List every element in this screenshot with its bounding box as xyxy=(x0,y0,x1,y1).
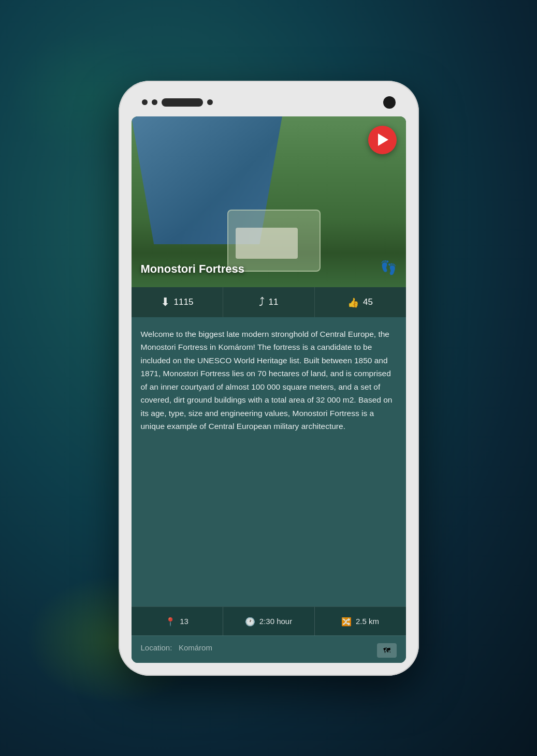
play-icon xyxy=(378,134,388,146)
distance-icon xyxy=(341,615,352,627)
clock-icon xyxy=(245,615,255,627)
bottom-bar: Location: Komárom 🗺 xyxy=(132,635,406,663)
like-count: 45 xyxy=(363,297,373,307)
info-row: 13 2:30 hour 2.5 km xyxy=(132,606,406,635)
share-stat[interactable]: 11 xyxy=(223,287,315,317)
screen: Monostori Fortress 👣 1115 11 45 xyxy=(132,116,406,663)
distance-info: 2.5 km xyxy=(315,607,406,635)
fortress-buildings xyxy=(236,228,298,259)
map-icon[interactable]: 🗺 xyxy=(377,643,397,658)
phone: Monostori Fortress 👣 1115 11 45 xyxy=(119,81,419,676)
stats-bar: 1115 11 45 xyxy=(132,287,406,317)
walk-icon: 👣 xyxy=(380,260,397,276)
duration-info: 2:30 hour xyxy=(223,607,315,635)
stops-value: 13 xyxy=(180,617,188,626)
hero-title: Monostori Fortress xyxy=(141,262,244,276)
description-section: Welcome to the biggest late modern stron… xyxy=(132,317,406,606)
like-icon xyxy=(347,295,359,309)
distance-value: 2.5 km xyxy=(356,617,379,626)
pin-icon xyxy=(165,615,176,627)
play-button[interactable] xyxy=(368,126,397,154)
sensor-dot-1 xyxy=(142,99,148,105)
sensor-dot-2 xyxy=(152,99,157,105)
location-value: Komárom xyxy=(179,643,212,652)
hero-image: Monostori Fortress 👣 xyxy=(132,116,406,287)
like-stat[interactable]: 45 xyxy=(315,287,406,317)
download-count: 1115 xyxy=(174,297,194,307)
duration-value: 2:30 hour xyxy=(259,617,292,626)
download-icon xyxy=(161,295,170,309)
stops-info: 13 xyxy=(132,607,223,635)
share-count: 11 xyxy=(269,297,279,307)
sensor-dot-3 xyxy=(207,99,213,105)
front-camera xyxy=(383,96,396,109)
location-label: Location: Komárom xyxy=(141,643,212,658)
phone-wrapper: Monostori Fortress 👣 1115 11 45 xyxy=(119,81,419,676)
download-stat[interactable]: 1115 xyxy=(132,287,223,317)
description-text: Welcome to the biggest late modern stron… xyxy=(141,328,397,434)
speaker xyxy=(162,98,203,107)
sensors-left xyxy=(142,98,213,107)
share-icon xyxy=(259,295,265,309)
phone-top-bar xyxy=(132,94,406,116)
